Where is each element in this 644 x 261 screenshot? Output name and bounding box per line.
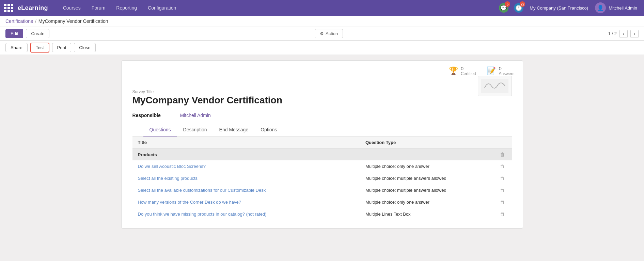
thumbnail-image bbox=[481, 79, 508, 93]
questions-table: Title Question Type Products 🗑 bbox=[132, 136, 512, 220]
answers-count: 0 bbox=[499, 66, 514, 71]
answers-icon: 📝 bbox=[487, 67, 496, 75]
answers-stat[interactable]: 📝 0 Answers bbox=[487, 66, 514, 76]
clock-badge-count: 22 bbox=[520, 1, 525, 7]
pagination-info: 1 / 2 bbox=[608, 31, 617, 36]
clock-notifications[interactable]: 🕐 22 bbox=[513, 2, 524, 13]
avatar: 👤 bbox=[595, 2, 606, 13]
question-delete-icon[interactable]: 🗑 bbox=[498, 163, 506, 169]
question-type: Multiple choice: only one answer bbox=[360, 196, 493, 208]
primary-toolbar: Edit Create ⚙ Action 1 / 2 ‹ › bbox=[0, 27, 644, 41]
certified-count: 0 bbox=[461, 66, 476, 71]
close-button[interactable]: Close bbox=[74, 43, 95, 52]
answers-label: Answers bbox=[499, 71, 514, 76]
pagination: 1 / 2 ‹ › bbox=[608, 30, 639, 38]
table-row: How many versions of the Corner Desk do … bbox=[132, 196, 512, 208]
user-menu[interactable]: 👤 Mitchell Admin bbox=[592, 2, 640, 13]
section-row: Products 🗑 bbox=[132, 149, 512, 161]
question-delete-icon[interactable]: 🗑 bbox=[498, 187, 506, 193]
breadcrumb-separator: / bbox=[35, 18, 36, 24]
tabs-nav: Questions Description End Message Option… bbox=[132, 124, 512, 136]
question-delete-cell: 🗑 bbox=[493, 196, 512, 208]
survey-title-label: Survey Title bbox=[132, 89, 478, 94]
username: Mitchell Admin bbox=[609, 5, 637, 11]
breadcrumb-current: MyCompany Vendor Certification bbox=[38, 18, 108, 24]
tab-end-message[interactable]: End Message bbox=[213, 124, 255, 136]
survey-thumbnail bbox=[478, 76, 512, 96]
main-content: 🏆 0 Certified 📝 0 Answers Survey Title M… bbox=[0, 55, 644, 261]
question-delete-cell: 🗑 bbox=[493, 184, 512, 196]
question-title[interactable]: Select all the available customizations … bbox=[132, 184, 360, 196]
secondary-toolbar: Share Test Print Close bbox=[0, 41, 644, 55]
tab-questions[interactable]: Questions bbox=[143, 124, 177, 136]
question-delete-icon[interactable]: 🗑 bbox=[498, 199, 506, 205]
responsible-value[interactable]: Mitchell Admin bbox=[180, 113, 211, 118]
table-body: Products 🗑 Do we sell Acoustic Bloc Scre… bbox=[132, 149, 512, 220]
section-name: Products bbox=[132, 149, 493, 161]
chat-notifications[interactable]: 💬 5 bbox=[498, 2, 509, 13]
question-title[interactable]: Do we sell Acoustic Bloc Screens? bbox=[132, 160, 360, 172]
table-row: Do you think we have missing products in… bbox=[132, 208, 512, 220]
navbar-right: 💬 5 🕐 22 My Company (San Francisco) 👤 Mi… bbox=[498, 2, 640, 13]
create-button[interactable]: Create bbox=[26, 29, 49, 38]
edit-button[interactable]: Edit bbox=[5, 29, 23, 38]
responsible-field: Responsible Mitchell Admin bbox=[132, 113, 512, 118]
section-delete-cell: 🗑 bbox=[493, 149, 512, 161]
gear-icon: ⚙ bbox=[320, 31, 324, 36]
share-button[interactable]: Share bbox=[5, 43, 28, 52]
navbar: eLearning Courses Forum Reporting Config… bbox=[0, 0, 644, 16]
certified-stat-text: 0 Certified bbox=[461, 66, 476, 76]
tab-options[interactable]: Options bbox=[254, 124, 283, 136]
pagination-prev[interactable]: ‹ bbox=[619, 30, 628, 38]
test-button[interactable]: Test bbox=[30, 43, 49, 53]
col-action-header bbox=[493, 136, 512, 149]
col-title-header: Title bbox=[132, 136, 360, 149]
question-title[interactable]: How many versions of the Corner Desk do … bbox=[132, 196, 360, 208]
action-button[interactable]: ⚙ Action bbox=[315, 29, 343, 38]
breadcrumb: Certifications / MyCompany Vendor Certif… bbox=[0, 16, 644, 27]
col-type-header: Question Type bbox=[360, 136, 493, 149]
table-header: Title Question Type bbox=[132, 136, 512, 149]
breadcrumb-parent[interactable]: Certifications bbox=[5, 18, 33, 24]
chat-badge-count: 5 bbox=[505, 1, 510, 7]
question-delete-icon[interactable]: 🗑 bbox=[498, 211, 506, 217]
menu-configuration[interactable]: Configuration bbox=[142, 0, 182, 16]
table-row: Select all the available customizations … bbox=[132, 184, 512, 196]
responsible-label: Responsible bbox=[132, 113, 180, 118]
question-title[interactable]: Select all the existing products bbox=[132, 172, 360, 184]
question-title[interactable]: Do you think we have missing products in… bbox=[132, 208, 360, 220]
menu-courses[interactable]: Courses bbox=[58, 0, 86, 16]
question-delete-cell: 🗑 bbox=[493, 208, 512, 220]
certified-label: Certified bbox=[461, 71, 476, 76]
navbar-menu: Courses Forum Reporting Configuration bbox=[58, 0, 499, 16]
trophy-icon: 🏆 bbox=[449, 67, 458, 75]
table-row: Select all the existing products Multipl… bbox=[132, 172, 512, 184]
question-type: Multiple choice: multiple answers allowe… bbox=[360, 172, 493, 184]
form-body: Survey Title MyCompany Vendor Certificat… bbox=[122, 81, 523, 228]
question-delete-cell: 🗑 bbox=[493, 160, 512, 172]
print-button[interactable]: Print bbox=[52, 43, 72, 52]
apps-menu-icon[interactable] bbox=[4, 4, 14, 12]
company-name: My Company (San Francisco) bbox=[530, 5, 588, 11]
question-delete-icon[interactable]: 🗑 bbox=[498, 175, 506, 181]
question-type: Multiple choice: multiple answers allowe… bbox=[360, 184, 493, 196]
stats-bar: 🏆 0 Certified 📝 0 Answers bbox=[122, 61, 523, 81]
tab-description[interactable]: Description bbox=[177, 124, 213, 136]
pagination-next[interactable]: › bbox=[630, 30, 639, 38]
section-delete-icon[interactable]: 🗑 bbox=[498, 152, 506, 157]
question-type: Multiple choice: only one answer bbox=[360, 160, 493, 172]
menu-reporting[interactable]: Reporting bbox=[111, 0, 142, 16]
survey-title: MyCompany Vendor Certification bbox=[132, 95, 478, 106]
question-delete-cell: 🗑 bbox=[493, 172, 512, 184]
certified-stat[interactable]: 🏆 0 Certified bbox=[449, 66, 476, 76]
table-row: Do we sell Acoustic Bloc Screens? Multip… bbox=[132, 160, 512, 172]
menu-forum[interactable]: Forum bbox=[86, 0, 111, 16]
record-card: 🏆 0 Certified 📝 0 Answers Survey Title M… bbox=[121, 60, 523, 229]
answers-stat-text: 0 Answers bbox=[499, 66, 514, 76]
app-brand[interactable]: eLearning bbox=[18, 4, 48, 12]
question-type: Multiple Lines Text Box bbox=[360, 208, 493, 220]
